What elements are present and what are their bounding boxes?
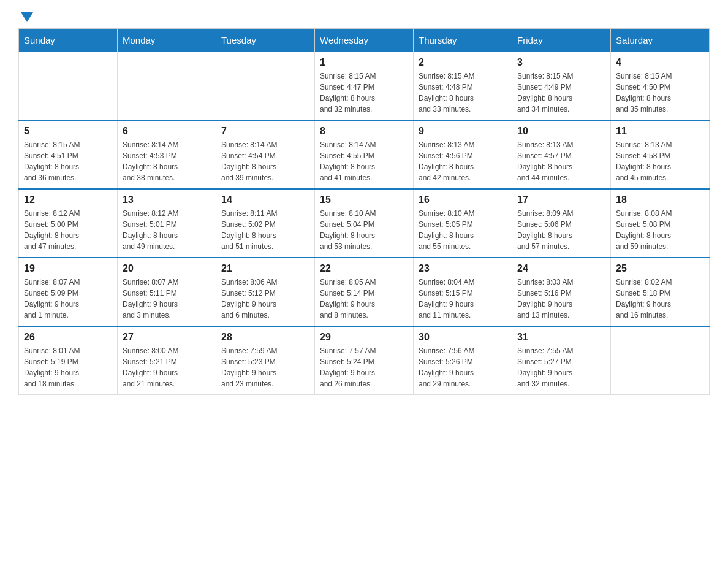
day-number: 16 <box>419 194 507 205</box>
day-info: Sunrise: 8:13 AMSunset: 4:58 PMDaylight:… <box>616 139 704 183</box>
day-number: 25 <box>616 263 704 274</box>
day-number: 4 <box>616 57 704 68</box>
day-info: Sunrise: 8:13 AMSunset: 4:56 PMDaylight:… <box>419 139 507 183</box>
weekday-header-tuesday: Tuesday <box>216 29 315 52</box>
day-info: Sunrise: 8:05 AMSunset: 5:14 PMDaylight:… <box>320 277 408 321</box>
day-number: 17 <box>517 194 605 205</box>
day-info: Sunrise: 8:15 AMSunset: 4:48 PMDaylight:… <box>419 71 507 115</box>
day-number: 13 <box>123 194 211 205</box>
day-number: 14 <box>221 194 309 205</box>
day-number: 8 <box>320 126 408 137</box>
day-number: 3 <box>517 57 605 68</box>
day-info: Sunrise: 7:55 AMSunset: 5:27 PMDaylight:… <box>517 345 605 389</box>
day-number: 23 <box>419 263 507 274</box>
weekday-header-friday: Friday <box>512 29 611 52</box>
day-info: Sunrise: 8:06 AMSunset: 5:12 PMDaylight:… <box>221 277 309 321</box>
calendar-cell: 27Sunrise: 8:00 AMSunset: 5:21 PMDayligh… <box>118 326 216 395</box>
day-number: 12 <box>24 194 112 205</box>
calendar-cell: 9Sunrise: 8:13 AMSunset: 4:56 PMDaylight… <box>414 120 512 189</box>
day-info: Sunrise: 8:14 AMSunset: 4:53 PMDaylight:… <box>123 139 211 183</box>
day-number: 20 <box>123 263 211 274</box>
calendar-week-row: 5Sunrise: 8:15 AMSunset: 4:51 PMDaylight… <box>19 120 710 189</box>
calendar-cell: 16Sunrise: 8:10 AMSunset: 5:05 PMDayligh… <box>414 189 512 258</box>
weekday-header-saturday: Saturday <box>611 29 710 52</box>
day-number: 9 <box>419 126 507 137</box>
day-info: Sunrise: 7:56 AMSunset: 5:26 PMDaylight:… <box>419 345 507 389</box>
day-info: Sunrise: 8:14 AMSunset: 4:55 PMDaylight:… <box>320 139 408 183</box>
calendar-cell: 13Sunrise: 8:12 AMSunset: 5:01 PMDayligh… <box>118 189 216 258</box>
day-number: 27 <box>123 332 211 343</box>
calendar-table: SundayMondayTuesdayWednesdayThursdayFrid… <box>18 28 710 395</box>
day-number: 7 <box>221 126 309 137</box>
day-info: Sunrise: 8:04 AMSunset: 5:15 PMDaylight:… <box>419 277 507 321</box>
calendar-week-row: 26Sunrise: 8:01 AMSunset: 5:19 PMDayligh… <box>19 326 710 395</box>
day-info: Sunrise: 8:15 AMSunset: 4:51 PMDaylight:… <box>24 139 112 183</box>
day-number: 21 <box>221 263 309 274</box>
calendar-cell: 26Sunrise: 8:01 AMSunset: 5:19 PMDayligh… <box>19 326 118 395</box>
weekday-header-sunday: Sunday <box>19 29 118 52</box>
day-info: Sunrise: 8:08 AMSunset: 5:08 PMDaylight:… <box>616 208 704 252</box>
calendar-cell <box>611 326 710 395</box>
calendar-cell: 29Sunrise: 7:57 AMSunset: 5:24 PMDayligh… <box>315 326 414 395</box>
day-number: 30 <box>419 332 507 343</box>
calendar-cell: 6Sunrise: 8:14 AMSunset: 4:53 PMDaylight… <box>118 120 216 189</box>
calendar-cell: 5Sunrise: 8:15 AMSunset: 4:51 PMDaylight… <box>19 120 118 189</box>
day-number: 5 <box>24 126 112 137</box>
calendar-cell <box>118 52 216 121</box>
logo-triangle-icon <box>21 12 33 22</box>
day-info: Sunrise: 8:00 AMSunset: 5:21 PMDaylight:… <box>123 345 211 389</box>
day-number: 2 <box>419 57 507 68</box>
day-number: 31 <box>517 332 605 343</box>
calendar-cell: 3Sunrise: 8:15 AMSunset: 4:49 PMDaylight… <box>512 52 611 121</box>
calendar-cell: 24Sunrise: 8:03 AMSunset: 5:16 PMDayligh… <box>512 258 611 326</box>
day-info: Sunrise: 8:13 AMSunset: 4:57 PMDaylight:… <box>517 139 605 183</box>
page-header <box>18 12 710 22</box>
day-number: 29 <box>320 332 408 343</box>
day-info: Sunrise: 8:07 AMSunset: 5:11 PMDaylight:… <box>123 277 211 321</box>
day-number: 11 <box>616 126 704 137</box>
calendar-cell: 20Sunrise: 8:07 AMSunset: 5:11 PMDayligh… <box>118 258 216 326</box>
calendar-cell: 22Sunrise: 8:05 AMSunset: 5:14 PMDayligh… <box>315 258 414 326</box>
day-info: Sunrise: 8:15 AMSunset: 4:47 PMDaylight:… <box>320 71 408 115</box>
day-info: Sunrise: 8:02 AMSunset: 5:18 PMDaylight:… <box>616 277 704 321</box>
day-number: 19 <box>24 263 112 274</box>
calendar-cell: 1Sunrise: 8:15 AMSunset: 4:47 PMDaylight… <box>315 52 414 121</box>
day-number: 18 <box>616 194 704 205</box>
calendar-week-row: 12Sunrise: 8:12 AMSunset: 5:00 PMDayligh… <box>19 189 710 258</box>
day-info: Sunrise: 8:15 AMSunset: 4:49 PMDaylight:… <box>517 71 605 115</box>
calendar-cell <box>19 52 118 121</box>
day-number: 24 <box>517 263 605 274</box>
day-number: 26 <box>24 332 112 343</box>
calendar-cell: 30Sunrise: 7:56 AMSunset: 5:26 PMDayligh… <box>414 326 512 395</box>
calendar-cell: 11Sunrise: 8:13 AMSunset: 4:58 PMDayligh… <box>611 120 710 189</box>
day-number: 22 <box>320 263 408 274</box>
day-number: 6 <box>123 126 211 137</box>
day-info: Sunrise: 8:12 AMSunset: 5:01 PMDaylight:… <box>123 208 211 252</box>
calendar-cell: 28Sunrise: 7:59 AMSunset: 5:23 PMDayligh… <box>216 326 315 395</box>
day-info: Sunrise: 8:11 AMSunset: 5:02 PMDaylight:… <box>221 208 309 252</box>
day-info: Sunrise: 8:03 AMSunset: 5:16 PMDaylight:… <box>517 277 605 321</box>
day-info: Sunrise: 7:59 AMSunset: 5:23 PMDaylight:… <box>221 345 309 389</box>
calendar-cell: 25Sunrise: 8:02 AMSunset: 5:18 PMDayligh… <box>611 258 710 326</box>
day-info: Sunrise: 8:01 AMSunset: 5:19 PMDaylight:… <box>24 345 112 389</box>
day-number: 15 <box>320 194 408 205</box>
calendar-cell: 15Sunrise: 8:10 AMSunset: 5:04 PMDayligh… <box>315 189 414 258</box>
calendar-cell: 2Sunrise: 8:15 AMSunset: 4:48 PMDaylight… <box>414 52 512 121</box>
calendar-week-row: 1Sunrise: 8:15 AMSunset: 4:47 PMDaylight… <box>19 52 710 121</box>
calendar-cell: 14Sunrise: 8:11 AMSunset: 5:02 PMDayligh… <box>216 189 315 258</box>
day-info: Sunrise: 8:15 AMSunset: 4:50 PMDaylight:… <box>616 71 704 115</box>
day-info: Sunrise: 8:10 AMSunset: 5:05 PMDaylight:… <box>419 208 507 252</box>
calendar-cell: 31Sunrise: 7:55 AMSunset: 5:27 PMDayligh… <box>512 326 611 395</box>
calendar-week-row: 19Sunrise: 8:07 AMSunset: 5:09 PMDayligh… <box>19 258 710 326</box>
day-number: 1 <box>320 57 408 68</box>
day-number: 28 <box>221 332 309 343</box>
day-info: Sunrise: 8:09 AMSunset: 5:06 PMDaylight:… <box>517 208 605 252</box>
day-info: Sunrise: 8:07 AMSunset: 5:09 PMDaylight:… <box>24 277 112 321</box>
calendar-cell: 7Sunrise: 8:14 AMSunset: 4:54 PMDaylight… <box>216 120 315 189</box>
calendar-cell: 4Sunrise: 8:15 AMSunset: 4:50 PMDaylight… <box>611 52 710 121</box>
calendar-cell: 21Sunrise: 8:06 AMSunset: 5:12 PMDayligh… <box>216 258 315 326</box>
calendar-cell: 8Sunrise: 8:14 AMSunset: 4:55 PMDaylight… <box>315 120 414 189</box>
weekday-header-wednesday: Wednesday <box>315 29 414 52</box>
day-info: Sunrise: 7:57 AMSunset: 5:24 PMDaylight:… <box>320 345 408 389</box>
calendar-cell: 17Sunrise: 8:09 AMSunset: 5:06 PMDayligh… <box>512 189 611 258</box>
